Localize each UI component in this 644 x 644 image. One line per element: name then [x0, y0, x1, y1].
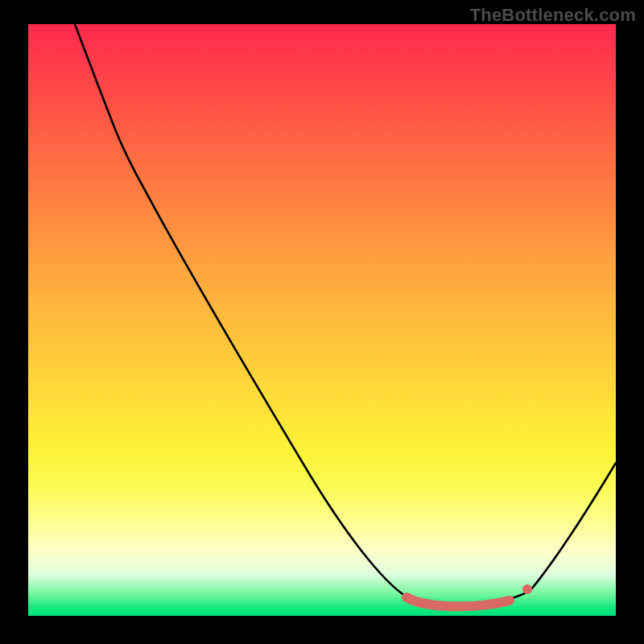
watermark-text: TheBottleneck.com: [470, 5, 636, 26]
chart-svg: [28, 24, 616, 616]
chart-plot-area: [28, 24, 616, 616]
chart-highlight-dot: [522, 584, 532, 594]
chart-curve-line: [75, 24, 616, 605]
chart-highlight-segment: [407, 597, 510, 606]
